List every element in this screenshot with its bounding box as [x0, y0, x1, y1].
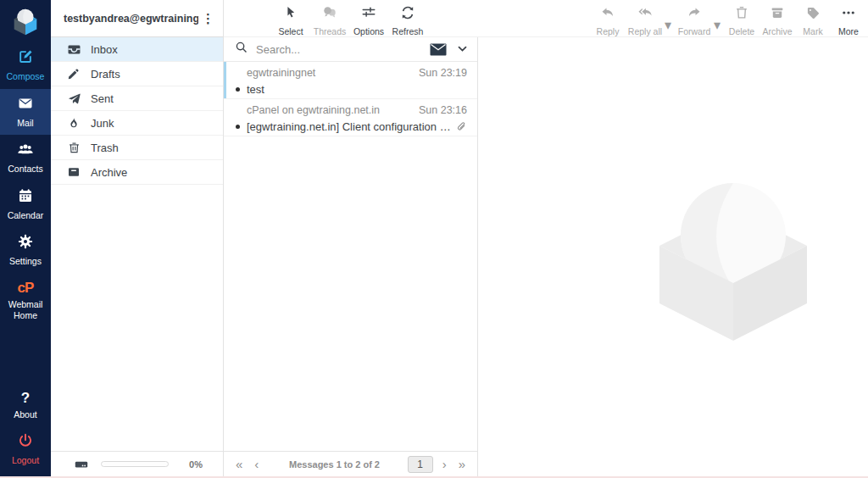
- paper-plane-icon: [66, 91, 81, 106]
- folder-inbox[interactable]: Inbox: [51, 37, 223, 62]
- unread-dot: [236, 125, 240, 129]
- mark-button[interactable]: Mark: [795, 0, 831, 36]
- search-icon: [235, 41, 248, 58]
- search-options-caret-icon[interactable]: [458, 46, 467, 53]
- refresh-button[interactable]: Refresh: [388, 0, 427, 36]
- threads-button[interactable]: Threads: [310, 0, 349, 36]
- sidebar-item-label: About: [14, 409, 36, 420]
- pagination-text: Messages 1 to 2 of 2: [264, 459, 403, 470]
- more-button[interactable]: More: [831, 0, 866, 36]
- question-icon: ?: [21, 390, 30, 407]
- delete-button[interactable]: Delete: [724, 0, 760, 36]
- search-bar[interactable]: Search...: [224, 37, 477, 62]
- toolbar-label: Forward: [678, 26, 711, 36]
- sidebar-item-logout[interactable]: Logout: [0, 426, 51, 473]
- flame-icon: [66, 115, 81, 131]
- toolbar-label: Options: [353, 26, 384, 36]
- folder-label: Trash: [91, 142, 119, 154]
- unread-dot: [236, 87, 240, 92]
- select-button[interactable]: Select: [271, 0, 310, 36]
- first-page-button[interactable]: «: [234, 458, 248, 470]
- quota-progress-bar: [101, 461, 169, 467]
- sidebar-item-label: Contacts: [8, 164, 42, 175]
- folder-footer: 0%: [51, 451, 223, 476]
- scope-envelope-icon[interactable]: [430, 43, 447, 56]
- toolbar-label: Threads: [314, 26, 347, 36]
- folder-label: Sent: [91, 92, 114, 105]
- reading-pane: [479, 38, 868, 476]
- forward-dropdown-caret[interactable]: ▾: [714, 0, 724, 36]
- sliders-icon: [361, 5, 376, 24]
- sidebar-item-label: Calendar: [8, 210, 44, 221]
- archive-button[interactable]: Archive: [760, 0, 795, 36]
- sidebar-item-settings[interactable]: Settings: [0, 227, 51, 274]
- forward-icon: [687, 5, 702, 24]
- webmail-app: Compose Mail Contacts: [0, 0, 868, 478]
- toolbar: Select Threads Options: [224, 0, 868, 37]
- cpanel-icon: cP: [18, 280, 34, 297]
- toolbar-label: Reply all: [628, 26, 662, 36]
- archive-box-icon: [770, 5, 785, 24]
- folder-label: Junk: [91, 117, 114, 130]
- last-page-button[interactable]: »: [453, 458, 467, 470]
- kebab-menu-icon[interactable]: ⋮: [198, 11, 218, 26]
- account-bar: testbyandrea@egwtraining.net... ⋮: [51, 0, 224, 37]
- account-email: testbyandrea@egwtraining.net...: [64, 13, 198, 25]
- sidebar-item-label: Logout: [12, 455, 39, 466]
- reply-all-icon: [637, 5, 653, 24]
- sidebar-item-calendar[interactable]: Calendar: [0, 181, 51, 228]
- sidebar-item-compose[interactable]: Compose: [0, 42, 51, 89]
- sidebar-item-webmail-home[interactable]: cP Webmail Home: [0, 274, 51, 327]
- chat-bubbles-icon: [322, 5, 337, 24]
- toolbar-label: Archive: [762, 26, 792, 36]
- reply-all-button[interactable]: Reply all: [626, 0, 665, 36]
- options-button[interactable]: Options: [349, 0, 388, 36]
- reply-button[interactable]: Reply: [590, 0, 626, 36]
- message-row[interactable]: egwtrainingnet Sun 23:19 test: [224, 62, 477, 99]
- message-subject: test: [247, 83, 467, 96]
- toolbar-left-group: Select Threads Options: [271, 0, 427, 36]
- folder-trash[interactable]: Trash: [51, 136, 223, 160]
- toolbar-label: Delete: [729, 26, 754, 36]
- pencil-icon: [66, 66, 81, 81]
- mail-icon: [17, 95, 34, 115]
- disk-icon: [74, 457, 89, 472]
- message-row[interactable]: cPanel on egwtraining.net.in Sun 23:16 […: [224, 99, 477, 136]
- webmail-logo-icon: [9, 5, 42, 39]
- attachment-paperclip-icon: [455, 121, 467, 133]
- archive-box-icon: [66, 164, 81, 180]
- prev-page-button[interactable]: ‹: [248, 458, 264, 470]
- folder-sent[interactable]: Sent: [51, 86, 223, 111]
- reply-icon: [600, 5, 615, 24]
- sidebar: Compose Mail Contacts: [0, 0, 51, 476]
- trash-outline-icon: [66, 140, 81, 155]
- sidebar-item-about[interactable]: ? About: [0, 384, 51, 427]
- reply-all-dropdown-caret[interactable]: ▾: [665, 0, 675, 36]
- search-input[interactable]: Search...: [256, 43, 430, 56]
- page-number-input[interactable]: 1: [408, 456, 433, 473]
- next-page-button[interactable]: ›: [437, 458, 453, 470]
- message-list-footer: « ‹ Messages 1 to 2 of 2 1 › »: [224, 451, 477, 476]
- compose-icon: [17, 48, 34, 69]
- folder-drafts[interactable]: Drafts: [51, 62, 223, 86]
- contacts-icon: [17, 141, 34, 161]
- quota-percent: 0%: [189, 459, 203, 470]
- sidebar-item-label: Compose: [7, 71, 45, 82]
- ellipsis-icon: [841, 5, 856, 24]
- folder-label: Archive: [91, 166, 127, 179]
- watermark-logo-icon: [653, 170, 814, 347]
- message-subject: [egwtraining.net.in] Client configuratio…: [247, 120, 452, 133]
- toolbar-label: Select: [278, 26, 303, 36]
- message-list-pane: Search... egwtrainingnet Sun 23:19 tes: [224, 37, 478, 476]
- folder-label: Inbox: [91, 43, 118, 56]
- sidebar-item-mail[interactable]: Mail: [0, 89, 51, 136]
- forward-button[interactable]: Forward: [675, 0, 714, 36]
- folder-junk[interactable]: Junk: [51, 111, 223, 136]
- message-sender: cPanel on egwtraining.net.in: [236, 104, 412, 116]
- trash-icon: [734, 5, 749, 24]
- toolbar-label: Mark: [803, 26, 822, 36]
- sidebar-item-contacts[interactable]: Contacts: [0, 135, 51, 181]
- folder-label: Drafts: [91, 68, 120, 81]
- folder-list: Inbox Drafts Sent: [51, 37, 224, 476]
- folder-archive[interactable]: Archive: [51, 160, 223, 185]
